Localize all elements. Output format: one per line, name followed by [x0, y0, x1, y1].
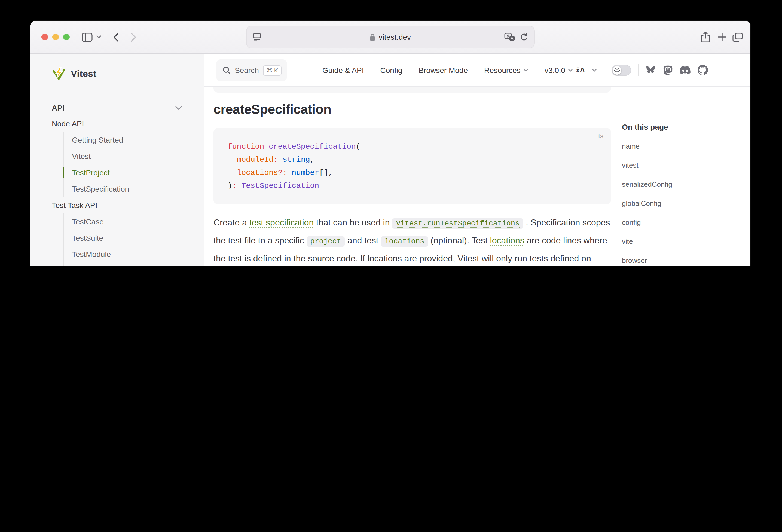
sidebar-toggle-icon[interactable] [82, 32, 93, 42]
code-line: locations?: number[], [227, 166, 597, 179]
code-line: function createSpecification( [227, 140, 597, 153]
theme-toggle[interactable] [611, 65, 631, 75]
nav-link-browser-mode[interactable]: Browser Mode [419, 66, 468, 74]
browser-window: vitest.dev [31, 21, 750, 266]
outline-item-vite[interactable]: vite [622, 232, 740, 251]
sun-icon [614, 67, 620, 73]
outline-item-vitest[interactable]: vitest [622, 156, 740, 175]
nav-link-label: Guide & API [322, 66, 364, 74]
outline-title: On this page [613, 122, 740, 131]
nav-link-label: Browser Mode [419, 66, 468, 74]
sidebar-item-testspecification[interactable]: TestSpecification [72, 181, 182, 197]
browser-toolbar: vitest.dev [31, 21, 750, 54]
close-window-button[interactable] [41, 34, 48, 40]
outline-item-name[interactable]: name [622, 137, 740, 156]
site-logo[interactable]: Vitest [52, 64, 182, 84]
outline-list: namevitestserializedConfigglobalConfigco… [613, 137, 740, 266]
inline-code-project: project [307, 236, 345, 247]
code-lines: function createSpecification( moduleId: … [227, 140, 597, 192]
sidebar-subgroup: Getting StartedVitestTestProjectTestSpec… [63, 132, 182, 197]
inline-code-locations: locations [381, 236, 428, 247]
sidebar-item-node-api[interactable]: Node API [52, 115, 182, 132]
bluesky-icon[interactable] [646, 65, 656, 75]
outline-item-browser[interactable]: browser [622, 251, 740, 266]
nav-divider [638, 64, 639, 76]
site-title: Vitest [71, 69, 96, 79]
chevron-down-icon [568, 68, 573, 72]
translate-icon[interactable]: x̄A [576, 66, 585, 74]
nav-link-v3-0-0[interactable]: v3.0.0 [544, 66, 573, 74]
traffic-lights [41, 34, 70, 40]
nav-links: Guide & APIConfigBrowser ModeResourcesv3… [322, 54, 573, 86]
search-button[interactable]: Search ⌘ K [216, 59, 287, 81]
text: (optional). Test [428, 236, 490, 245]
code-block-signature[interactable]: ts function createSpecification( moduleI… [213, 128, 611, 204]
inline-code-link-vitest-runtestspecifications[interactable]: vitest.runTestSpecifications [392, 218, 523, 229]
sidebar-divider [52, 91, 182, 92]
search-shortcut: ⌘ K [263, 65, 282, 75]
page-content: createSpecification ts function createSp… [204, 86, 750, 266]
site-nav: Search ⌘ K Guide & APIConfigBrowser Mode… [204, 54, 750, 86]
nav-link-resources[interactable]: Resources [484, 66, 528, 74]
link-locations[interactable]: locations [490, 236, 525, 245]
code-lang-badge: ts [598, 132, 603, 140]
screenshot-stage: vitest.dev [0, 0, 782, 266]
outline-item-serializedconfig[interactable]: serializedConfig [622, 175, 740, 194]
nav-link-label: Resources [484, 66, 521, 74]
on-this-page: On this page namevitestserializedConfigg… [613, 122, 740, 266]
nav-link-label: Config [380, 66, 402, 74]
share-icon[interactable] [701, 32, 710, 42]
search-icon [223, 66, 230, 74]
sidebar-item-testmodule[interactable]: TestModule [72, 246, 182, 262]
text: and test [345, 236, 381, 245]
nav-link-guide-api[interactable]: Guide & API [322, 66, 364, 74]
sidebar-group-label: API [52, 103, 65, 112]
new-tab-icon[interactable] [718, 33, 726, 41]
sidebar-item-testcase[interactable]: TestCase [72, 213, 182, 230]
sidebar-nav: APINode APIGetting StartedVitestTestProj… [52, 100, 182, 266]
tab-overview-icon[interactable] [733, 32, 743, 42]
nav-icons: x̄A [576, 54, 708, 86]
mastodon-icon[interactable] [663, 65, 673, 75]
description-paragraph: Create a test specification that can be … [213, 214, 611, 266]
chevron-down-icon [523, 68, 528, 72]
back-button[interactable] [113, 32, 119, 42]
sidebar-group-api[interactable]: API [52, 100, 182, 115]
sidebar-item-vitest[interactable]: Vitest [72, 148, 182, 165]
code-line: ): TestSpecification [227, 179, 597, 192]
language-chevron-icon[interactable] [592, 68, 597, 72]
sidebar-item-test-task-api[interactable]: Test Task API [52, 197, 182, 213]
zoom-window-button[interactable] [63, 34, 70, 40]
sidebar-item-testsuite[interactable]: TestSuite [72, 230, 182, 246]
link-test-specification[interactable]: test specification [249, 218, 314, 227]
discord-icon[interactable] [680, 66, 690, 74]
code-line: moduleId: string, [227, 153, 597, 166]
text: Create a [213, 218, 249, 227]
nav-divider [604, 64, 604, 76]
previous-code-block-edge [213, 86, 611, 93]
sidebar-item-getting-started[interactable]: Getting Started [72, 132, 182, 148]
url-text: vitest.dev [379, 33, 411, 41]
theme-toggle-knob [613, 66, 621, 74]
minimize-window-button[interactable] [52, 34, 59, 40]
sidebar-item-testproject[interactable]: TestProject [72, 165, 182, 181]
lock-icon [370, 34, 376, 41]
nav-link-label: v3.0.0 [544, 66, 565, 74]
chevron-down-icon[interactable] [96, 35, 101, 39]
text: that can be used in [314, 218, 392, 227]
address-bar[interactable]: vitest.dev [246, 26, 535, 48]
github-icon[interactable] [698, 65, 708, 75]
chevron-down-icon [175, 106, 182, 110]
forward-button[interactable] [131, 32, 136, 42]
search-label: Search [235, 66, 259, 75]
sidebar-item-testcollection[interactable]: TestCollection [72, 262, 182, 266]
outline-item-config[interactable]: config [622, 213, 740, 232]
url-text-wrap: vitest.dev [246, 33, 535, 41]
sidebar: Vitest APINode APIGetting StartedVitestT… [31, 54, 204, 266]
nav-link-config[interactable]: Config [380, 66, 402, 74]
vitest-logo-icon [52, 67, 66, 81]
sidebar-subgroup: TestCaseTestSuiteTestModuleTestCollectio… [63, 213, 182, 266]
outline-item-globalconfig[interactable]: globalConfig [622, 194, 740, 213]
page-title: createSpecification [213, 102, 611, 117]
